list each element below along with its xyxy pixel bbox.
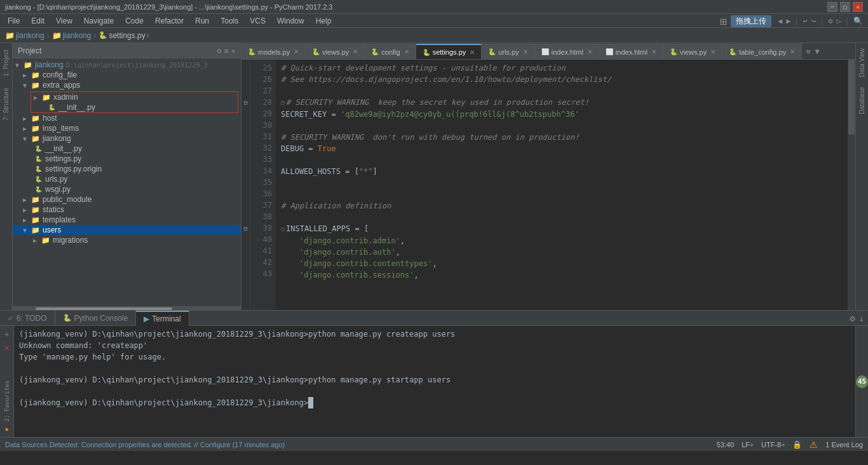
tree-root[interactable]: ▼ 📁 jiankong D:\qinhan\project\jiankong_… xyxy=(13,60,241,70)
tree-public-module[interactable]: ▶ 📁 public_module xyxy=(13,194,241,205)
toolbar-icon-5[interactable]: ▷ xyxy=(837,17,841,25)
tab-python-console[interactable]: 🐍 Python Console xyxy=(55,311,137,326)
tree-jiankong-folder[interactable]: ▼ 📁 jiankong xyxy=(13,133,241,144)
tree-migrations[interactable]: ▶ 📁 migrations xyxy=(13,235,241,245)
bottom-panel: ✓ 6: TODO 🐍 Python Console ▶ Terminal ⚙ … xyxy=(0,310,868,437)
status-encoding[interactable]: UTF-8÷ xyxy=(761,441,785,448)
tab-urls-py[interactable]: 🐍 urls.py ✕ xyxy=(482,44,534,59)
terminal-line-5: (jiankong_venv) D:\qinhan\project\jianko… xyxy=(19,374,850,386)
terminal-add-button[interactable]: + xyxy=(2,330,12,340)
close-button[interactable]: ✕ xyxy=(853,2,863,12)
menu-edit[interactable]: Edit xyxy=(26,15,50,27)
terminal-accent-button[interactable]: 45 xyxy=(856,375,868,388)
minimize-button[interactable]: ─ xyxy=(827,2,837,12)
tab-views-py1[interactable]: 🐍 views.py ✕ xyxy=(306,44,365,59)
fold-button-28[interactable]: ⊟ xyxy=(241,97,250,108)
tree-init-jiankong[interactable]: 🐍 __init__.py xyxy=(13,144,241,154)
toolbar-icon-4[interactable]: ⚙ xyxy=(828,17,832,25)
scroll-thumb[interactable] xyxy=(848,60,855,135)
tab-close-views1[interactable]: ✕ xyxy=(353,48,358,55)
toolbar-icon-1[interactable]: ⊞ xyxy=(720,15,727,28)
terminal-content[interactable]: (jiankong_venv) D:\qinhan\project\jianko… xyxy=(14,326,855,437)
tab-close-table[interactable]: ✕ xyxy=(790,48,795,55)
breadcrumb-project[interactable]: jiankong xyxy=(16,31,44,40)
menu-vcs[interactable]: VCS xyxy=(245,15,271,27)
project-icon-gear[interactable]: ⚙ xyxy=(217,46,221,55)
tab-close-index1[interactable]: ✕ xyxy=(587,48,592,55)
maximize-button[interactable]: □ xyxy=(840,2,850,12)
code-area[interactable]: # Quick-start development settings - uns… xyxy=(276,60,848,310)
tree-urls-py[interactable]: 🐍 urls.py xyxy=(13,174,241,184)
folder-icon: 📁 xyxy=(41,93,51,101)
toolbar-back[interactable]: ◀ xyxy=(778,17,782,25)
tree-extra-apps[interactable]: ▼ 📁 extra_apps xyxy=(13,80,241,90)
project-sidebar-label[interactable]: 1: Project xyxy=(3,46,10,80)
toolbar-forward[interactable]: ▶ xyxy=(786,17,790,25)
terminal-settings-icon[interactable]: ⚙ xyxy=(850,313,855,323)
menu-window[interactable]: Window xyxy=(272,15,309,27)
tree-statics[interactable]: ▶ 📁 statics xyxy=(13,205,241,215)
tabs-more-button[interactable]: ≡ ▼ xyxy=(802,44,824,59)
horizontal-scrollbar[interactable] xyxy=(36,307,172,310)
code-line-25: # Quick-start development settings - uns… xyxy=(281,62,843,74)
breadcrumb-file[interactable]: settings.py xyxy=(109,31,145,40)
status-position[interactable]: 53:40 xyxy=(717,441,735,448)
tab-table-config[interactable]: 🐍 table_config.py ✕ xyxy=(722,44,802,59)
favorites-star[interactable]: ★ xyxy=(4,424,10,433)
tree-wsgi-py[interactable]: 🐍 wsgi.py xyxy=(13,184,241,194)
tab-views-py2[interactable]: 🐍 views.py ✕ xyxy=(663,44,722,59)
editor-scrollbar[interactable] xyxy=(848,60,855,310)
status-lf[interactable]: LF÷ xyxy=(742,441,754,448)
data-view-label[interactable]: Data View xyxy=(858,43,865,82)
tab-terminal[interactable]: ▶ Terminal xyxy=(136,311,189,326)
menu-code[interactable]: Code xyxy=(120,15,149,27)
terminal-close-icon[interactable]: ↓ xyxy=(859,313,864,323)
tree-init-extra[interactable]: 🐍 __init__.py xyxy=(31,102,238,112)
tab-config[interactable]: 🐍 config ✕ xyxy=(365,44,416,59)
tree-xadmin[interactable]: ▶ 📁 xadmin xyxy=(31,92,238,102)
tree-settings-py[interactable]: 🐍 settings.py xyxy=(13,154,241,164)
toolbar-icon-3[interactable]: ↪ xyxy=(811,17,816,25)
menu-refactor[interactable]: Refactor xyxy=(150,15,189,27)
tab-close-config[interactable]: ✕ xyxy=(404,48,409,55)
menu-navigate[interactable]: Navigate xyxy=(79,15,119,27)
tab-todo[interactable]: ✓ 6: TODO xyxy=(0,311,55,326)
tree-users[interactable]: ▼ 📁 users xyxy=(13,225,241,235)
database-label[interactable]: Database xyxy=(858,82,865,119)
tree-config-file[interactable]: ▶ 📁 config_file xyxy=(13,70,241,80)
tab-close-index2[interactable]: ✕ xyxy=(651,48,656,55)
py-icon: 🐍 xyxy=(33,175,43,183)
project-header-icons: ⚙ ≡ ✕ xyxy=(217,46,236,55)
tree-host[interactable]: ▶ 📁 host xyxy=(13,113,241,123)
toolbar-icon-2[interactable]: ↩ xyxy=(803,17,808,25)
menu-file[interactable]: File xyxy=(3,15,25,27)
menu-view[interactable]: View xyxy=(51,15,78,27)
fold-button-39[interactable]: ⊟ xyxy=(241,222,250,234)
tab-index-html2[interactable]: ⬜ index.html ✕ xyxy=(599,44,663,59)
favorites-label[interactable]: 2: Favorites xyxy=(4,378,10,424)
tab-close-views2[interactable]: ✕ xyxy=(710,48,715,55)
terminal-prompt: (jiankong_venv) D:\qinhan\project\jianko… xyxy=(19,397,850,408)
menu-run[interactable]: Run xyxy=(190,15,214,27)
event-log[interactable]: 1 Event Log xyxy=(825,441,863,448)
structure-sidebar-label[interactable]: 7: Structure xyxy=(3,84,10,125)
menu-help[interactable]: Help xyxy=(311,15,337,27)
right-sidebar: Data View Database xyxy=(855,43,868,310)
tab-settings-py[interactable]: 🐍 settings.py ✕ xyxy=(416,44,482,59)
tree-templates[interactable]: ▶ 📁 templates xyxy=(13,215,241,225)
tab-close-models[interactable]: ✕ xyxy=(294,48,299,55)
tab-models-py[interactable]: 🐍 models.py ✕ xyxy=(241,44,306,59)
terminal-line-4 xyxy=(19,363,850,374)
project-icon-settings[interactable]: ≡ xyxy=(224,46,229,55)
tab-close-settings[interactable]: ✕ xyxy=(470,49,475,56)
tree-settings-origin[interactable]: 🐍 settings.py.origin xyxy=(13,164,241,174)
tab-close-urls[interactable]: ✕ xyxy=(523,48,528,55)
project-icon-close[interactable]: ✕ xyxy=(231,46,236,55)
tree-insp-items[interactable]: ▶ 📁 insp_items xyxy=(13,123,241,133)
breadcrumb-folder[interactable]: jiankong xyxy=(63,31,92,40)
menu-tools[interactable]: Tools xyxy=(215,15,243,27)
terminal-stop-button[interactable]: ✕ xyxy=(2,342,12,353)
search-everywhere-icon[interactable]: 🔍 xyxy=(853,17,863,25)
upload-button[interactable]: 拖拽上传 xyxy=(731,15,771,27)
tab-index-html1[interactable]: ⬜ index.html ✕ xyxy=(535,44,599,59)
